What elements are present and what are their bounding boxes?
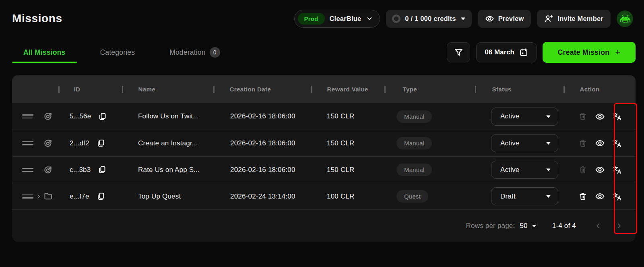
- delete-button[interactable]: [578, 166, 587, 174]
- credits-label: 0 / 1 000 credits: [405, 15, 456, 23]
- space-invader-icon: [620, 15, 630, 23]
- create-mission-label: Create Mission: [558, 48, 610, 57]
- mission-id: 2...df2: [70, 139, 89, 147]
- prev-page-button[interactable]: [593, 221, 603, 231]
- target-icon: [43, 112, 53, 121]
- calendar-icon: [519, 48, 528, 57]
- header-cell-type: Type: [384, 86, 475, 93]
- caret-down-icon: [460, 16, 466, 22]
- filter-button[interactable]: [447, 42, 470, 62]
- reward-value: 150 CLR: [327, 166, 355, 174]
- chevron-right-icon[interactable]: [36, 194, 41, 199]
- reward-value: 150 CLR: [327, 112, 355, 120]
- env-name: ClearBlue: [330, 15, 361, 23]
- tab-moderation[interactable]: Moderation 0: [158, 42, 231, 63]
- table-row: c...3b3 Rate Us on App S... 2026-02-16 1…: [12, 156, 636, 183]
- credits-dropdown[interactable]: 0 / 1 000 credits: [386, 10, 471, 28]
- invite-member-label: Invite Member: [557, 15, 603, 23]
- copy-icon[interactable]: [97, 192, 105, 201]
- next-page-button[interactable]: [614, 221, 624, 231]
- moderation-count-badge: 0: [210, 47, 220, 58]
- status-select[interactable]: Active: [491, 134, 558, 152]
- drag-handle[interactable]: [22, 168, 33, 172]
- column-separator: [564, 86, 565, 93]
- preview-button[interactable]: Preview: [478, 10, 531, 28]
- drag-handle[interactable]: [22, 195, 33, 199]
- header-cell-creation-date: Creation Date: [213, 86, 311, 93]
- translate-button[interactable]: [613, 112, 622, 121]
- reward-value: 100 CLR: [327, 192, 355, 201]
- tab-label: All Missions: [23, 48, 66, 57]
- type-badge: Manual: [396, 164, 432, 176]
- column-separator: [58, 86, 60, 93]
- tab-categories[interactable]: Categories: [89, 42, 147, 63]
- date-label: 06 March: [485, 48, 514, 56]
- page-title: Missions: [12, 12, 294, 25]
- person-add-icon: [544, 14, 553, 23]
- mission-id: e...f7e: [70, 192, 89, 201]
- target-icon: [43, 139, 53, 148]
- date-picker-button[interactable]: 06 March: [476, 42, 537, 62]
- reward-value: 150 CLR: [327, 139, 355, 147]
- invite-member-button[interactable]: Invite Member: [537, 10, 611, 28]
- header-cell-action: Action: [564, 86, 636, 93]
- preview-label: Preview: [498, 15, 524, 23]
- drag-handle[interactable]: [22, 114, 33, 118]
- copy-icon[interactable]: [97, 139, 105, 147]
- environment-selector[interactable]: Prod ClearBlue: [294, 10, 380, 28]
- tabs: All Missions Categories Moderation 0: [12, 42, 447, 63]
- plus-icon: +: [615, 47, 620, 58]
- copy-icon[interactable]: [98, 112, 107, 121]
- column-separator: [311, 86, 312, 93]
- delete-button[interactable]: [578, 139, 587, 148]
- avatar[interactable]: [617, 10, 633, 27]
- type-badge: Quest: [396, 190, 428, 203]
- status-select[interactable]: Active: [491, 161, 558, 179]
- credits-ring-icon: [392, 14, 401, 23]
- status-value: Active: [500, 166, 520, 174]
- top-bar-controls: Prod ClearBlue 0 / 1 000 credits Preview: [294, 10, 633, 28]
- translate-button[interactable]: [613, 139, 622, 148]
- caret-down-icon: [545, 140, 551, 146]
- view-button[interactable]: [595, 112, 605, 122]
- tab-all-missions[interactable]: All Missions: [12, 42, 77, 63]
- active-tab-underline: [12, 62, 77, 63]
- translate-button[interactable]: [613, 192, 622, 201]
- caret-down-icon: [545, 167, 551, 173]
- tab-label: Categories: [100, 48, 135, 57]
- status-select[interactable]: Active: [491, 108, 558, 126]
- mission-name: Top Up Quest: [138, 192, 181, 201]
- header-cell-name: Name: [122, 86, 213, 93]
- target-icon: [43, 165, 53, 175]
- header-cell-reward-value: Reward Value: [311, 86, 384, 93]
- table-row: 2...df2 Create an Instagr... 2026-02-16 …: [12, 130, 636, 156]
- translate-button[interactable]: [613, 165, 622, 175]
- mission-id: c...3b3: [70, 166, 91, 174]
- rows-per-page-label: Rows per page:: [466, 222, 515, 230]
- create-mission-button[interactable]: Create Mission +: [543, 42, 636, 63]
- creation-date: 2026-02-24 13:14:00: [230, 192, 295, 201]
- table-row: 5...56e Follow Us on Twit... 2026-02-16 …: [12, 103, 636, 130]
- view-button[interactable]: [595, 138, 605, 148]
- status-select[interactable]: Draft: [491, 187, 558, 205]
- header-cell-status: Status: [475, 86, 564, 93]
- rows-per-page-select[interactable]: 50: [520, 222, 537, 230]
- table-header: ID Name Creation Date Reward Value Type …: [12, 75, 636, 103]
- drag-handle[interactable]: [22, 141, 33, 145]
- top-bar: Missions Prod ClearBlue 0 / 1 000 credit…: [0, 0, 644, 28]
- tab-label: Moderation: [169, 48, 206, 57]
- type-badge: Manual: [396, 110, 432, 123]
- type-badge: Manual: [396, 137, 432, 149]
- copy-icon[interactable]: [98, 166, 106, 174]
- caret-down-icon: [545, 114, 551, 120]
- delete-button[interactable]: [578, 192, 587, 201]
- chevron-down-icon: [366, 15, 373, 22]
- eye-icon: [485, 14, 494, 23]
- view-button[interactable]: [595, 165, 605, 175]
- view-button[interactable]: [595, 191, 605, 201]
- delete-button[interactable]: [578, 112, 587, 121]
- column-separator: [475, 86, 476, 93]
- env-badge: Prod: [298, 13, 325, 25]
- creation-date: 2026-02-16 18:06:00: [230, 139, 295, 147]
- rows-per-page-value: 50: [520, 222, 527, 230]
